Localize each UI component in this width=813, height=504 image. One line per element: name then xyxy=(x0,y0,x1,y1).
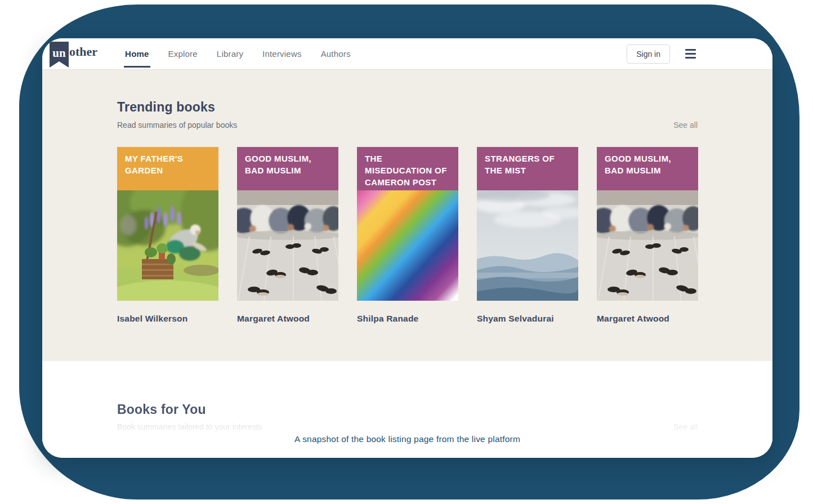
garden-scene-image xyxy=(117,190,218,301)
book-cover[interactable]: THE MISEDUCATION OF CAMERON POST xyxy=(357,147,458,301)
nav-item-library[interactable]: Library xyxy=(217,38,243,69)
book-author: Margaret Atwood xyxy=(597,314,698,324)
sign-in-button[interactable]: Sign in xyxy=(627,44,670,64)
nav-item-explore[interactable]: Explore xyxy=(168,38,198,69)
book-card[interactable]: MY FATHER'S GARDEN Isabel Wilkerson xyxy=(117,147,218,324)
book-card[interactable]: THE MISEDUCATION OF CAMERON POST Shilpa … xyxy=(357,147,458,324)
misty-mountains-image xyxy=(477,190,578,301)
book-author: Margaret Atwood xyxy=(237,314,338,324)
book-author: Shilpa Ranade xyxy=(357,314,458,324)
books-for-you-see-all-link[interactable]: See all xyxy=(673,422,698,431)
hamburger-menu-icon[interactable] xyxy=(685,47,696,61)
book-title: MY FATHER'S GARDEN xyxy=(117,147,218,190)
trending-books-row: MY FATHER'S GARDEN Isabel Wilkerson GOOD… xyxy=(117,147,698,324)
trending-subtitle: Read summaries of popular books xyxy=(117,121,237,130)
top-nav-bar: un other Home Explore Library Interviews… xyxy=(42,38,772,70)
book-title: THE MISEDUCATION OF CAMERON POST xyxy=(357,147,458,190)
book-title: STRANGERS OF THE MIST xyxy=(477,147,578,190)
nav-item-home[interactable]: Home xyxy=(125,38,149,69)
book-author: Shyam Selvadurai xyxy=(477,314,578,324)
book-card[interactable]: STRANGERS OF THE MIST Shyam Selvadurai xyxy=(477,147,578,324)
books-for-you-subtitle: Book summaries tailored to your interest… xyxy=(117,422,262,431)
trending-books-section: Trending books Read summaries of popular… xyxy=(42,70,772,361)
main-nav: Home Explore Library Interviews Authors xyxy=(125,38,351,69)
trending-see-all-link[interactable]: See all xyxy=(673,121,698,130)
books-for-you-title: Books for You xyxy=(117,361,698,417)
rainbow-art-image xyxy=(357,190,458,301)
book-cover[interactable]: GOOD MUSLIM, BAD MUSLIM xyxy=(597,147,698,301)
book-title: GOOD MUSLIM, BAD MUSLIM xyxy=(597,147,698,190)
page-caption: A snapshot of the book listing page from… xyxy=(42,434,772,444)
logo-bookmark-icon: un xyxy=(50,42,69,68)
book-card[interactable]: GOOD MUSLIM, BAD MUSLIM Margaret Atwood xyxy=(597,147,698,324)
book-cover[interactable]: GOOD MUSLIM, BAD MUSLIM xyxy=(237,147,338,301)
book-card[interactable]: GOOD MUSLIM, BAD MUSLIM Margaret Atwood xyxy=(237,147,338,324)
book-cover[interactable]: MY FATHER'S GARDEN xyxy=(117,147,218,301)
logo-text: other xyxy=(69,44,97,68)
prayer-scene-image xyxy=(597,190,698,301)
book-cover[interactable]: STRANGERS OF THE MIST xyxy=(477,147,578,301)
prayer-scene-image xyxy=(237,190,338,301)
trending-title: Trending books xyxy=(117,70,698,115)
nav-item-interviews[interactable]: Interviews xyxy=(262,38,302,69)
book-author: Isabel Wilkerson xyxy=(117,314,218,324)
nav-item-authors[interactable]: Authors xyxy=(321,38,351,69)
logo[interactable]: un other xyxy=(50,42,97,68)
app-window: un other Home Explore Library Interviews… xyxy=(42,38,772,458)
books-for-you-section: Books for You Book summaries tailored to… xyxy=(42,361,772,458)
book-title: GOOD MUSLIM, BAD MUSLIM xyxy=(237,147,338,190)
